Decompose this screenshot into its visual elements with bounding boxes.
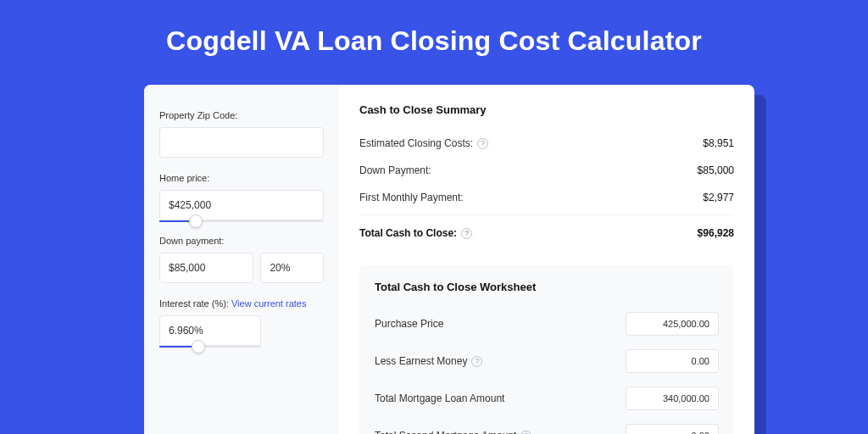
inputs-panel: Property Zip Code: Home price: Down paym… xyxy=(144,85,339,434)
calculator-card: Property Zip Code: Home price: Down paym… xyxy=(144,85,754,434)
worksheet-row-label: Less Earnest Money xyxy=(375,355,467,367)
worksheet-row-label: Total Second Mortgage Amount xyxy=(375,430,516,434)
summary-row-down-payment: Down Payment: $85,000 xyxy=(359,157,734,184)
interest-label-prefix: Interest rate (%): xyxy=(159,298,231,309)
page-title: Cogdell VA Loan Closing Cost Calculator xyxy=(0,0,868,79)
help-icon[interactable]: ? xyxy=(471,356,482,367)
summary-title: Cash to Close Summary xyxy=(359,103,734,116)
down-payment-field-group: Down payment: xyxy=(159,236,324,283)
home-price-slider-thumb[interactable] xyxy=(189,214,203,228)
worksheet-purchase-price-input[interactable] xyxy=(626,312,719,336)
home-price-label: Home price: xyxy=(159,173,324,183)
summary-row-total: Total Cash to Close: ? $96,928 xyxy=(359,214,734,247)
help-icon[interactable]: ? xyxy=(461,228,472,239)
worksheet-row-label: Total Mortgage Loan Amount xyxy=(375,392,504,404)
summary-row-label: Estimated Closing Costs: xyxy=(359,137,473,149)
worksheet-second-mortgage-input[interactable] xyxy=(626,424,719,434)
interest-field-group: Interest rate (%): View current rates xyxy=(159,298,324,346)
interest-slider-thumb[interactable] xyxy=(192,340,205,353)
worksheet-row-earnest-money: Less Earnest Money ? xyxy=(375,342,719,380)
home-price-slider-wrap xyxy=(159,190,324,220)
summary-row-value: $85,000 xyxy=(698,164,734,176)
worksheet-box: Total Cash to Close Worksheet Purchase P… xyxy=(359,265,734,434)
summary-row-value: $2,977 xyxy=(703,192,734,203)
summary-total-label: Total Cash to Close: xyxy=(359,227,457,239)
interest-slider-wrap xyxy=(159,315,261,346)
results-panel: Cash to Close Summary Estimated Closing … xyxy=(339,85,754,434)
worksheet-title: Total Cash to Close Worksheet xyxy=(375,281,719,293)
home-price-field-group: Home price: xyxy=(159,173,324,220)
worksheet-row-second-mortgage: Total Second Mortgage Amount ? xyxy=(375,417,719,434)
worksheet-row-purchase-price: Purchase Price xyxy=(375,305,719,342)
summary-total-value: $96,928 xyxy=(698,227,734,239)
interest-input[interactable] xyxy=(159,315,261,346)
worksheet-mortgage-amount-input[interactable] xyxy=(626,387,719,410)
worksheet-earnest-money-input[interactable] xyxy=(626,349,719,373)
summary-row-first-monthly: First Monthly Payment: $2,977 xyxy=(359,184,734,211)
zip-input[interactable] xyxy=(159,127,324,158)
zip-label: Property Zip Code: xyxy=(159,110,324,120)
summary-row-label: First Monthly Payment: xyxy=(359,192,464,203)
zip-field-group: Property Zip Code: xyxy=(159,110,324,158)
view-current-rates-link[interactable]: View current rates xyxy=(231,298,306,309)
home-price-input[interactable] xyxy=(159,190,324,220)
worksheet-row-label: Purchase Price xyxy=(375,318,443,330)
summary-row-label: Down Payment: xyxy=(359,164,431,176)
down-payment-amount-input[interactable] xyxy=(159,253,253,283)
worksheet-row-mortgage-amount: Total Mortgage Loan Amount xyxy=(375,380,719,417)
down-payment-percent-input[interactable] xyxy=(260,253,324,283)
help-icon[interactable]: ? xyxy=(477,138,488,149)
down-payment-dual xyxy=(159,253,324,283)
interest-label: Interest rate (%): View current rates xyxy=(159,298,324,309)
summary-row-closing-costs: Estimated Closing Costs: ? $8,951 xyxy=(359,130,734,157)
down-payment-label: Down payment: xyxy=(159,236,324,246)
help-icon[interactable]: ? xyxy=(520,431,531,435)
summary-row-value: $8,951 xyxy=(703,137,734,149)
